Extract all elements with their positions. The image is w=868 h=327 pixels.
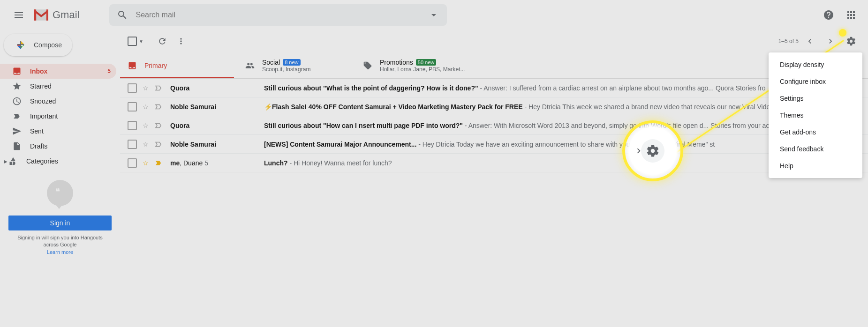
- menu-help[interactable]: Help: [769, 157, 862, 174]
- signin-button[interactable]: Sign in: [8, 216, 112, 230]
- email-snippet: - Hey Dtricia Today we have an exciting …: [416, 141, 715, 148]
- email-snippet: - Answer: I suffered from a cardiac arre…: [478, 84, 766, 92]
- menu-get-addons[interactable]: Get add-ons: [769, 124, 862, 141]
- menu-send-feedback[interactable]: Send feedback: [769, 141, 862, 157]
- nav-label: Categories: [26, 157, 58, 165]
- inbox-icon: [12, 67, 22, 76]
- importance-icon[interactable]: [154, 121, 163, 130]
- email-checkbox[interactable]: [128, 121, 137, 130]
- apps-button[interactable]: [842, 6, 860, 24]
- nav-snoozed[interactable]: Snoozed: [0, 94, 116, 109]
- search-bar[interactable]: [109, 4, 447, 26]
- settings-menu: Display density Configure inbox Settings…: [769, 52, 862, 178]
- email-snippet: - Answer: With Microsoft Word 2013 and b…: [463, 122, 769, 129]
- star-icon[interactable]: ☆: [143, 141, 149, 148]
- menu-display-density[interactable]: Display density: [769, 56, 862, 73]
- star-icon[interactable]: ☆: [143, 159, 149, 167]
- gmail-logo[interactable]: Gmail: [32, 6, 79, 24]
- search-icon: [117, 9, 128, 21]
- more-icon: [176, 37, 186, 46]
- nav-sent[interactable]: Sent: [0, 124, 116, 139]
- apps-icon: [845, 9, 857, 21]
- learn-more-link[interactable]: Learn more: [47, 249, 73, 255]
- tab-sub: Hollar, Lorna Jane, PBS, Market...: [380, 66, 465, 73]
- star-icon[interactable]: ☆: [143, 84, 149, 92]
- email-sender: Quora: [170, 84, 264, 92]
- refresh-button[interactable]: [153, 32, 172, 51]
- compose-button[interactable]: Compose: [4, 34, 72, 56]
- nav-drafts[interactable]: Drafts: [0, 139, 116, 154]
- email-checkbox[interactable]: [128, 83, 137, 93]
- clock-icon: [12, 97, 22, 106]
- email-checkbox[interactable]: [128, 102, 137, 111]
- chevron-left-icon: [805, 37, 815, 46]
- tab-label: Social: [262, 59, 280, 66]
- hangouts-area: ❝ Sign in Signing in will sign you into …: [0, 169, 120, 263]
- email-sender: Quora: [170, 122, 264, 129]
- header: Gmail: [0, 0, 868, 30]
- email-subject: Still curious about "How can I nsert mul…: [264, 122, 463, 129]
- tab-social[interactable]: Social8 new Scoop.it, Instagram: [238, 52, 355, 78]
- menu-icon: [13, 9, 24, 21]
- category-tabs: Primary Social8 new Scoop.it, Instagram …: [120, 52, 868, 79]
- main-menu-button[interactable]: [8, 4, 30, 26]
- tab-promotions[interactable]: Promotions50 new Hollar, Lorna Jane, PBS…: [355, 52, 473, 78]
- search-options-icon[interactable]: [428, 9, 439, 21]
- star-icon[interactable]: ☆: [143, 103, 149, 111]
- nav-inbox[interactable]: Inbox 5: [0, 64, 116, 79]
- plus-icon: [13, 37, 28, 52]
- select-all-checkbox[interactable]: [128, 37, 137, 46]
- email-snippet: - Hey Dtricia This week we shared a bran…: [523, 103, 770, 111]
- email-subject: [NEWS] Content Samurai Major Announcemen…: [264, 141, 416, 148]
- star-icon[interactable]: ☆: [143, 122, 149, 129]
- importance-icon[interactable]: [154, 140, 163, 149]
- email-sender: Noble Samurai: [170, 141, 264, 148]
- email-row[interactable]: ☆ Noble Samurai [NEWS] Content Samurai M…: [120, 135, 868, 154]
- main: ▼ 1–5 of 5 Primary Social8 new Scoop.it,…: [120, 30, 868, 327]
- nav-categories[interactable]: ▶ Categories: [0, 154, 116, 169]
- email-list: ☆ Quora Still curious about "What is the…: [120, 79, 868, 172]
- email-subject: Lunch?: [264, 159, 288, 167]
- more-button[interactable]: [172, 32, 190, 51]
- prev-page-button[interactable]: [800, 32, 819, 51]
- select-dropdown[interactable]: ▼: [139, 39, 143, 44]
- tab-badge: 8 new: [283, 59, 300, 66]
- pagination-text: 1–5 of 5: [778, 38, 799, 45]
- tab-label: Promotions: [380, 59, 413, 66]
- annotation-dot: [839, 29, 846, 37]
- importance-icon[interactable]: [154, 84, 163, 92]
- email-subject: Still curious about "What is the point o…: [264, 84, 478, 92]
- hangouts-icon: ❝: [47, 180, 73, 206]
- support-button[interactable]: [819, 6, 838, 24]
- email-row[interactable]: ☆ Quora Still curious about "How can I n…: [120, 116, 868, 135]
- tab-primary[interactable]: Primary: [120, 52, 238, 78]
- logo-text: Gmail: [53, 9, 79, 21]
- drafts-icon: [12, 141, 22, 151]
- nav-label: Drafts: [30, 142, 47, 150]
- email-subject: ⚡Flash Sale! 40% OFF Content Samurai + V…: [264, 103, 523, 111]
- nav-count: 5: [107, 68, 111, 74]
- compose-label: Compose: [34, 41, 62, 49]
- menu-settings[interactable]: Settings: [769, 90, 862, 107]
- email-sender: Noble Samurai: [170, 103, 264, 111]
- tab-sub: Scoop.it, Instagram: [262, 66, 310, 73]
- search-input[interactable]: [136, 11, 428, 19]
- menu-themes[interactable]: Themes: [769, 107, 862, 124]
- nav-label: Important: [30, 112, 58, 120]
- tab-label: Primary: [144, 62, 167, 69]
- email-row[interactable]: ☆ me, Duane 5 Lunch? - Hi Honey! Wanna m…: [120, 154, 868, 172]
- email-row[interactable]: ☆ Noble Samurai ⚡Flash Sale! 40% OFF Con…: [120, 97, 868, 116]
- importance-icon[interactable]: [154, 159, 163, 167]
- email-row[interactable]: ☆ Quora Still curious about "What is the…: [120, 79, 868, 97]
- email-checkbox[interactable]: [128, 140, 137, 149]
- categories-icon: [8, 156, 18, 166]
- menu-configure-inbox[interactable]: Configure inbox: [769, 73, 862, 90]
- toolbar: ▼ 1–5 of 5: [120, 30, 868, 52]
- email-checkbox[interactable]: [128, 158, 137, 168]
- important-icon: [12, 111, 22, 121]
- people-icon: [245, 61, 255, 70]
- tag-icon: [363, 61, 372, 70]
- importance-icon[interactable]: [154, 103, 163, 111]
- nav-important[interactable]: Important: [0, 109, 116, 124]
- nav-starred[interactable]: Starred: [0, 79, 116, 94]
